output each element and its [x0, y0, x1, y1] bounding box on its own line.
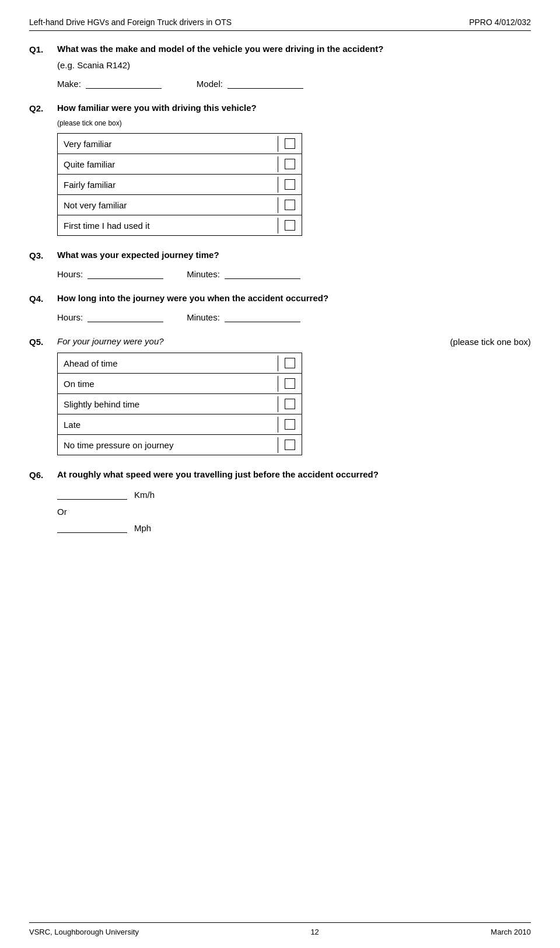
question-3: Q3. What was your expected journey time?…: [29, 250, 531, 279]
q6-kmh-input[interactable]: [57, 487, 127, 500]
q5-options: Ahead of time On time Slightly behind ti…: [57, 353, 302, 455]
list-item: Ahead of time: [58, 353, 302, 374]
q1-make-input[interactable]: [86, 76, 162, 89]
q1-example: (e.g. Scania R142): [57, 60, 531, 70]
q5-checkbox-5[interactable]: [278, 435, 302, 455]
q4-number: Q4.: [29, 293, 48, 304]
q6-speed-section: Km/h Or Mph: [57, 487, 531, 533]
q5-option-4: Late: [58, 417, 278, 433]
q4-hours-field: Hours:: [57, 309, 163, 322]
q5-checkbox-4[interactable]: [278, 414, 302, 434]
q5-number: Q5.: [29, 336, 48, 347]
q5-option-5: No time pressure on journey: [58, 437, 278, 453]
list-item: Quite familiar: [58, 154, 302, 175]
q1-number: Q1.: [29, 44, 48, 54]
footer-right: March 2010: [491, 928, 531, 936]
header-title-left: Left-hand Drive HGVs and Foreign Truck d…: [29, 18, 232, 27]
q1-model-label: Model:: [197, 79, 223, 89]
q6-text: At roughly what speed were you travellin…: [57, 469, 531, 479]
q6-kmh-label: Km/h: [134, 490, 155, 500]
q6-mph-row: Mph: [57, 520, 531, 533]
q5-option-1: Ahead of time: [58, 356, 278, 371]
list-item: Fairly familiar: [58, 175, 302, 195]
q5-text: For your journey were you?: [57, 336, 438, 346]
q2-checkbox-2[interactable]: [278, 154, 302, 174]
q2-number: Q2.: [29, 103, 48, 113]
q6-mph-input[interactable]: [57, 520, 127, 533]
list-item: First time I had used it: [58, 215, 302, 235]
q3-minutes-field: Minutes:: [187, 266, 300, 279]
q2-options: Very familiar Quite familiar Fairly fami…: [57, 133, 302, 236]
q3-minutes-input[interactable]: [225, 266, 300, 279]
q5-checkbox-3[interactable]: [278, 394, 302, 414]
q4-hours-input[interactable]: [88, 309, 163, 322]
q4-fields: Hours: Minutes:: [57, 309, 531, 322]
q3-minutes-label: Minutes:: [187, 269, 220, 279]
q2-option-3: Fairly familiar: [58, 177, 278, 193]
checkbox-box[interactable]: [285, 179, 295, 190]
q5-note: (please tick one box): [447, 336, 531, 347]
list-item: Very familiar: [58, 134, 302, 154]
checkbox-box[interactable]: [285, 220, 295, 231]
q4-text: How long into the journey were you when …: [57, 293, 531, 303]
q5-option-3: Slightly behind time: [58, 396, 278, 412]
q1-text: What was the make and model of the vehic…: [57, 44, 531, 54]
q5-checkbox-2[interactable]: [278, 374, 302, 393]
checkbox-box[interactable]: [285, 159, 295, 169]
q6-or-text: Or: [57, 507, 531, 517]
q1-model-input[interactable]: [228, 76, 303, 89]
q2-note: (please tick one box): [57, 119, 531, 127]
checkbox-box[interactable]: [285, 440, 295, 450]
q2-option-4: Not very familiar: [58, 197, 278, 213]
checkbox-box[interactable]: [285, 399, 295, 409]
q1-make-label: Make:: [57, 79, 81, 89]
q4-minutes-label: Minutes:: [187, 312, 220, 322]
q1-model-field: Model:: [197, 76, 303, 89]
q4-hours-label: Hours:: [57, 312, 83, 322]
q5-option-2: On time: [58, 376, 278, 392]
q2-checkbox-1[interactable]: [278, 134, 302, 154]
q3-fields: Hours: Minutes:: [57, 266, 531, 279]
page: Left-hand Drive HGVs and Foreign Truck d…: [0, 0, 560, 948]
question-4: Q4. How long into the journey were you w…: [29, 293, 531, 322]
question-5: Q5. For your journey were you? (please t…: [29, 336, 531, 455]
list-item: Slightly behind time: [58, 394, 302, 414]
q3-hours-label: Hours:: [57, 269, 83, 279]
list-item: Not very familiar: [58, 195, 302, 215]
checkbox-box[interactable]: [285, 200, 295, 210]
q6-kmh-row: Km/h: [57, 487, 531, 500]
list-item: No time pressure on journey: [58, 435, 302, 455]
q5-checkbox-1[interactable]: [278, 353, 302, 373]
q4-minutes-input[interactable]: [225, 309, 300, 322]
q1-make-field: Make:: [57, 76, 162, 89]
q2-option-5: First time I had used it: [58, 218, 278, 233]
q3-hours-field: Hours:: [57, 266, 163, 279]
q2-option-2: Quite familiar: [58, 156, 278, 172]
checkbox-box[interactable]: [285, 378, 295, 389]
footer-page-number: 12: [310, 928, 318, 936]
q2-checkbox-4[interactable]: [278, 195, 302, 215]
q3-text: What was your expected journey time?: [57, 250, 531, 260]
header-title-right: PPRO 4/012/032: [469, 18, 531, 27]
q4-minutes-field: Minutes:: [187, 309, 300, 322]
checkbox-box[interactable]: [285, 138, 295, 149]
footer-left: VSRC, Loughborough University: [29, 928, 139, 936]
q6-mph-label: Mph: [134, 523, 151, 533]
checkbox-box[interactable]: [285, 419, 295, 430]
q3-hours-input[interactable]: [88, 266, 163, 279]
q2-checkbox-3[interactable]: [278, 175, 302, 194]
checkbox-box[interactable]: [285, 358, 295, 368]
list-item: Late: [58, 414, 302, 435]
q3-number: Q3.: [29, 250, 48, 260]
page-header: Left-hand Drive HGVs and Foreign Truck d…: [29, 18, 531, 31]
list-item: On time: [58, 374, 302, 394]
q2-checkbox-5[interactable]: [278, 215, 302, 235]
q1-fields: Make: Model:: [57, 76, 531, 89]
q2-text: How familiar were you with driving this …: [57, 103, 531, 113]
page-footer: VSRC, Loughborough University 12 March 2…: [29, 922, 531, 936]
question-1: Q1. What was the make and model of the v…: [29, 44, 531, 89]
q6-number: Q6.: [29, 469, 48, 480]
q2-option-1: Very familiar: [58, 136, 278, 152]
question-2: Q2. How familiar were you with driving t…: [29, 103, 531, 236]
question-6: Q6. At roughly what speed were you trave…: [29, 469, 531, 533]
